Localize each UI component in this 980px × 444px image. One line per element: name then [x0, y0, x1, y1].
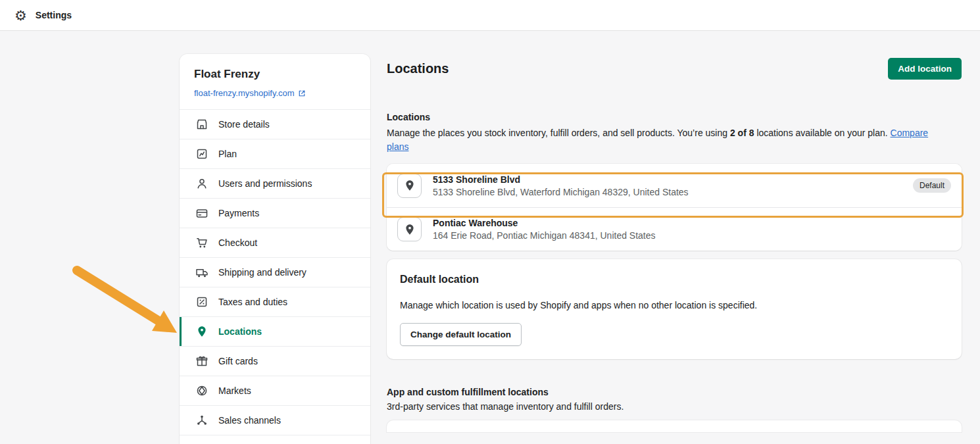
sidebar-item-label: Users and permissions [218, 178, 312, 189]
sidebar-item-payments[interactable]: Payments [180, 199, 370, 228]
sidebar-item-markets[interactable]: Markets [180, 376, 370, 406]
gift-icon [195, 355, 208, 368]
main-content: Locations Add location Locations Manage … [387, 58, 962, 432]
location-name: Pontiac Warehouse [433, 218, 656, 228]
store-icon [195, 118, 208, 131]
sidebar-item-store-details[interactable]: Store details [180, 110, 370, 139]
sidebar-item-gift-cards[interactable]: Gift cards [180, 347, 370, 376]
sidebar-item-label: Locations [218, 326, 262, 337]
locations-list-card: 5133 Shoreline Blvd 5133 Shoreline Blvd,… [387, 164, 962, 251]
annotation-arrow [68, 259, 189, 347]
page-title: Locations [387, 61, 449, 76]
sidebar-item-label: Markets [218, 385, 251, 396]
default-location-description: Manage which location is used by Shopify… [400, 300, 948, 310]
external-link-icon [298, 89, 306, 97]
checkout-icon [195, 236, 208, 249]
location-pin-icon [195, 325, 208, 338]
location-name: 5133 Shoreline Blvd [433, 174, 689, 185]
shipping-icon [195, 266, 208, 279]
location-row-shoreline[interactable]: 5133 Shoreline Blvd 5133 Shoreline Blvd,… [387, 164, 962, 207]
locations-section-description: Manage the places you stock inventory, f… [387, 126, 943, 154]
location-pin-icon [403, 179, 416, 192]
settings-gear-icon: ⚙ [14, 9, 27, 22]
sales-channels-icon [195, 414, 208, 427]
location-address: 164 Erie Road, Pontiac Michigan 48341, U… [433, 230, 656, 241]
sidebar-item-label: Checkout [218, 237, 257, 248]
default-location-card: Default location Manage which location i… [387, 259, 962, 359]
store-name: Float Frenzy [194, 68, 357, 81]
markets-icon [195, 384, 208, 397]
fulfillment-section-title: App and custom fulfillment locations [387, 387, 962, 397]
plan-icon [195, 147, 208, 160]
description-text: Manage the places you stock inventory, f… [387, 128, 730, 138]
store-url-text: float-frenzy.myshopify.com [194, 88, 295, 98]
change-default-location-button[interactable]: Change default location [400, 323, 522, 346]
sidebar-item-locations[interactable]: Locations [180, 317, 370, 347]
location-texts: Pontiac Warehouse 164 Erie Road, Pontiac… [433, 218, 656, 241]
settings-sidebar: Float Frenzy float-frenzy.myshopify.com … [180, 54, 370, 444]
sidebar-item-plan[interactable]: Plan [180, 139, 370, 169]
location-pin-box [397, 217, 422, 241]
usage-count: 2 of 8 [730, 128, 754, 138]
store-header: Float Frenzy float-frenzy.myshopify.com [180, 54, 370, 110]
location-pin-box [397, 174, 422, 198]
topbar-title: Settings [36, 10, 72, 20]
sidebar-item-label: Payments [218, 208, 259, 218]
description-text: locations available on your plan. [754, 128, 891, 138]
sidebar-item-checkout[interactable]: Checkout [180, 228, 370, 258]
location-address: 5133 Shoreline Blvd, Waterford Michigan … [433, 187, 689, 197]
top-bar: ⚙ Settings [0, 0, 980, 31]
location-texts: 5133 Shoreline Blvd 5133 Shoreline Blvd,… [433, 174, 689, 197]
sidebar-item-label: Taxes and duties [218, 297, 287, 307]
default-badge: Default [913, 178, 951, 193]
sidebar-item-users[interactable]: Users and permissions [180, 169, 370, 199]
sidebar-item-sales-channels[interactable]: Sales channels [180, 406, 370, 435]
sidebar-item-label: Sales channels [218, 415, 281, 426]
users-icon [195, 177, 208, 190]
sidebar-item-label: Shipping and delivery [218, 267, 306, 278]
add-location-button[interactable]: Add location [888, 58, 962, 80]
sidebar-item-taxes[interactable]: Taxes and duties [180, 287, 370, 317]
fulfillment-card-partial [387, 420, 962, 432]
sidebar-item-label: Store details [218, 119, 270, 130]
location-pin-icon [403, 223, 416, 236]
sidebar-item-label: Gift cards [218, 356, 258, 366]
locations-section-title: Locations [387, 112, 962, 122]
location-row-pontiac[interactable]: Pontiac Warehouse 164 Erie Road, Pontiac… [387, 207, 962, 251]
page-header: Locations Add location [387, 58, 962, 80]
sidebar-item-shipping[interactable]: Shipping and delivery [180, 258, 370, 287]
store-url-link[interactable]: float-frenzy.myshopify.com [194, 88, 306, 98]
taxes-icon [195, 295, 208, 308]
default-location-title: Default location [400, 274, 948, 285]
payments-icon [195, 207, 208, 220]
fulfillment-section-description: 3rd-party services that manage inventory… [387, 401, 962, 412]
sidebar-item-label: Plan [218, 149, 237, 159]
